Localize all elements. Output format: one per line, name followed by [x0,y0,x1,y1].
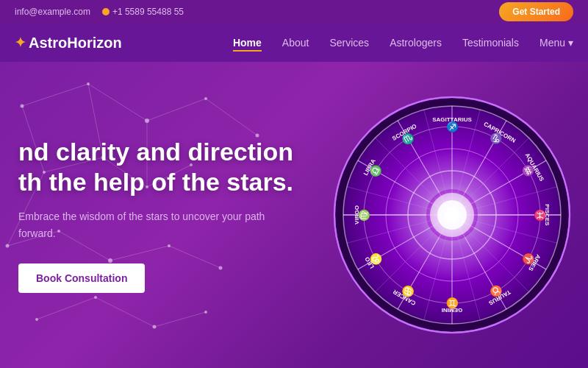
svg-text:♍: ♍ [358,208,370,222]
book-consultation-button[interactable]: Book Consultation [18,263,145,293]
svg-text:♐: ♐ [446,121,459,133]
zodiac-wheel: SAGITTARIUS ♐ CAPRICORN ♑ AQUARIUS ♒ PIS… [331,93,573,336]
svg-text:♊: ♊ [445,297,459,309]
svg-point-51 [445,208,459,222]
topbar-contact: info@example.com +1 5589 55488 55 [15,7,184,17]
svg-text:♓: ♓ [534,209,546,222]
nav-links: Home About Services Astrologers Testimon… [233,36,573,49]
topbar: info@example.com +1 5589 55488 55 Get St… [0,0,588,24]
topbar-actions: Get Started [499,2,573,21]
logo-icon: ✦ [15,35,26,51]
hero-subtitle: Embrace the wisdom of the stars to uncov… [18,208,268,241]
svg-point-21 [204,97,207,100]
hero-title: nd clarity and direction th the help of … [18,137,293,197]
logo-text: AstroHorizon [29,35,122,52]
chevron-down-icon: ▾ [568,37,573,49]
get-started-button[interactable]: Get Started [499,2,573,21]
svg-point-32 [35,318,38,321]
topbar-phone: +1 5589 55488 55 [102,7,184,17]
nav-item-menu[interactable]: Menu ▾ [539,37,573,49]
topbar-email: info@example.com [15,7,90,17]
hero-content: nd clarity and direction th the help of … [0,115,315,315]
nav-item-astrologers[interactable]: Astrologers [390,36,442,49]
svg-point-19 [87,82,90,85]
phone-icon [102,8,110,15]
hero-section: nd clarity and direction th the help of … [0,62,588,368]
nav-item-testimonials[interactable]: Testimonials [462,36,519,49]
svg-point-34 [153,325,157,329]
navbar: ✦ AstroHorizon Home About Services Astro… [0,24,588,62]
logo: ✦ AstroHorizon [15,35,122,52]
svg-line-0 [22,84,88,106]
svg-point-18 [21,105,24,108]
zodiac-wheel-container: SAGITTARIUS ♐ CAPRICORN ♑ AQUARIUS ♒ PIS… [331,93,573,336]
nav-item-about[interactable]: About [282,36,309,49]
nav-item-services[interactable]: Services [329,36,369,49]
phone-number: +1 5589 55488 55 [112,7,184,17]
nav-item-home[interactable]: Home [233,36,262,49]
